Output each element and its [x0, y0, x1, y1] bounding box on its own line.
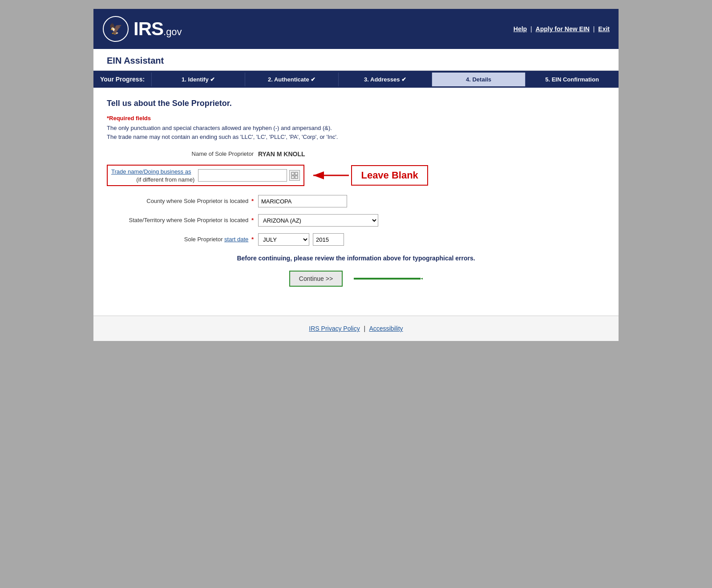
step-identify: 1. Identify ✔ — [151, 73, 245, 86]
header-navigation: Help | Apply for New EIN | Exit — [514, 25, 610, 32]
help-link[interactable]: Help — [514, 25, 527, 32]
logo: 🦅 IRS.gov — [102, 16, 182, 42]
step-confirmation: 5. EIN Confirmation — [525, 73, 619, 86]
county-input[interactable] — [258, 195, 347, 207]
accessibility-link[interactable]: Accessibility — [369, 325, 403, 332]
section-title: Tell us about the Sole Proprietor. — [107, 99, 605, 108]
state-select-wrapper: ARIZONA (AZ) ALABAMA (AL) ALASKA (AK) CA… — [258, 214, 378, 227]
leave-blank-box: Leave Blank — [351, 165, 428, 186]
logo-gov-text: .gov — [163, 26, 182, 37]
review-note: Before continuing, please review the inf… — [107, 255, 605, 262]
ein-title: EIN Assistant — [107, 56, 605, 66]
svg-rect-2 — [291, 172, 294, 175]
punctuation-note: The only punctuation and special charact… — [107, 124, 605, 141]
progress-bar: Your Progress: 1. Identify ✔ 2. Authenti… — [93, 71, 619, 88]
ein-title-bar: EIN Assistant — [93, 49, 619, 71]
footer: IRS Privacy Policy | Accessibility — [93, 316, 619, 341]
state-row: State/Territory where Sole Proprietor is… — [107, 214, 605, 227]
start-date-row: Sole Proprietor start date * JANUARY FEB… — [107, 233, 605, 246]
leave-blank-annotation: Leave Blank — [311, 165, 428, 186]
state-select[interactable]: ARIZONA (AZ) ALABAMA (AL) ALASKA (AK) CA… — [258, 214, 378, 227]
month-select[interactable]: JANUARY FEBRUARY MARCH APRIL MAY JUNE JU… — [258, 233, 309, 246]
footer-separator: | — [364, 325, 366, 332]
grid-icon — [291, 172, 298, 179]
continue-button[interactable]: Continue >> — [289, 271, 343, 287]
svg-rect-5 — [295, 176, 298, 178]
privacy-policy-link[interactable]: IRS Privacy Policy — [309, 325, 360, 332]
green-arrow-icon — [352, 272, 423, 285]
county-row: County where Sole Proprietor is located … — [107, 195, 605, 207]
header: 🦅 IRS.gov Help | Apply for New EIN | Exi… — [93, 9, 619, 49]
continue-row: Continue >> — [107, 271, 605, 287]
start-date-label: Sole Proprietor start date * — [107, 235, 258, 243]
county-required-star: * — [251, 198, 254, 204]
trade-name-link[interactable]: Trade name/Doing business as — [111, 168, 191, 175]
apply-ein-link[interactable]: Apply for New EIN — [536, 25, 590, 32]
trade-name-row: Trade name/Doing business as (if differe… — [107, 165, 605, 186]
svg-rect-3 — [295, 172, 298, 175]
start-date-link[interactable]: start date — [224, 236, 248, 243]
name-value: RYAN M KNOLL — [258, 150, 305, 158]
eagle-icon: 🦅 — [102, 16, 129, 42]
start-date-inputs: JANUARY FEBRUARY MARCH APRIL MAY JUNE JU… — [258, 233, 344, 246]
name-label: Name of Sole Proprietor — [107, 150, 258, 158]
trade-name-lookup-icon[interactable] — [289, 170, 300, 181]
green-arrow-annotation — [352, 272, 423, 285]
nav-sep-2: | — [593, 25, 595, 32]
svg-text:🦅: 🦅 — [109, 22, 122, 35]
nav-sep-1: | — [530, 25, 532, 32]
trade-name-sublabel: (if different from name) — [136, 176, 194, 183]
name-row: Name of Sole Proprietor RYAN M KNOLL — [107, 150, 605, 158]
county-label: County where Sole Proprietor is located … — [107, 197, 258, 205]
form-content: Tell us about the Sole Proprietor. *Requ… — [93, 88, 619, 298]
red-arrow-icon — [311, 169, 351, 182]
required-note: *Required fields — [107, 115, 605, 122]
svg-rect-4 — [291, 176, 294, 178]
county-input-wrapper — [258, 195, 347, 207]
exit-link[interactable]: Exit — [598, 25, 610, 32]
trade-name-container: Trade name/Doing business as (if differe… — [107, 165, 304, 186]
progress-steps: 1. Identify ✔ 2. Authenticate ✔ 3. Addre… — [151, 73, 619, 86]
logo-irs-text: IRS — [134, 18, 163, 39]
year-input[interactable] — [313, 233, 344, 246]
state-label: State/Territory where Sole Proprietor is… — [107, 216, 258, 224]
step-addresses: 3. Addresses ✔ — [338, 73, 432, 86]
state-required-star: * — [251, 217, 254, 223]
progress-label: Your Progress: — [93, 72, 151, 86]
step-details: 4. Details — [432, 73, 525, 86]
start-date-required-star: * — [251, 236, 254, 243]
step-authenticate: 2. Authenticate ✔ — [245, 73, 338, 86]
trade-name-input[interactable] — [198, 169, 287, 182]
